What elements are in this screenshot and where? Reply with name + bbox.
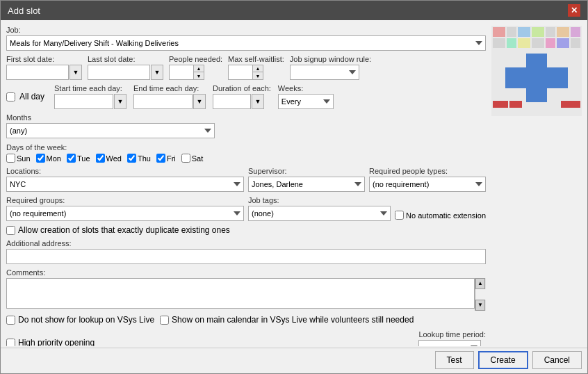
lookup-time-label: Lookup time period: — [418, 330, 486, 339]
day-sun-group: Sun — [6, 154, 31, 163]
day-sat-checkbox[interactable] — [181, 154, 190, 163]
bottom-buttons-row: Test Create Cancel — [1, 348, 587, 373]
vsys-options-row: Do not show for lookup on VSys Live Show… — [6, 315, 486, 346]
first-slot-calendar-btn[interactable]: ▼ — [70, 65, 82, 80]
day-thu-checkbox[interactable] — [127, 154, 136, 163]
start-time-input[interactable]: 09:00 AM — [54, 94, 113, 109]
end-time-dropdown-btn[interactable]: ▼ — [193, 94, 206, 109]
day-wed-checkbox[interactable] — [96, 154, 105, 163]
day-wed-group: Wed — [96, 154, 122, 163]
do-not-show-label: Do not show for lookup on VSys Live — [18, 315, 154, 325]
max-waitlist-down[interactable]: ▼ — [253, 72, 263, 79]
high-priority-checkbox[interactable] — [6, 339, 15, 347]
allow-dup-row: Allow creation of slots that exactly dup… — [6, 225, 486, 235]
svg-rect-6 — [557, 27, 569, 37]
svg-rect-8 — [493, 38, 505, 48]
comments-label: Comments: — [6, 268, 486, 277]
addr-input[interactable] — [6, 249, 486, 264]
create-button[interactable]: Create — [478, 351, 528, 369]
comments-wrapper: ▲ ▼ — [6, 278, 486, 311]
close-button[interactable]: ✕ — [568, 4, 580, 17]
comments-scrollbar[interactable]: ▲ ▼ — [475, 278, 486, 311]
svg-rect-17 — [493, 101, 508, 108]
duration-input[interactable]: 03:00 — [213, 94, 251, 109]
req-people-label: Required people types: — [369, 167, 486, 175]
no-auto-ext-checkbox[interactable] — [395, 211, 404, 220]
form-area: Job: Meals for Many/Delivery Shift - Wal… — [6, 26, 486, 341]
scrollbar-track — [475, 289, 486, 300]
scrollbar-up-btn[interactable]: ▲ — [475, 278, 485, 289]
scrollbar-down-btn[interactable]: ▼ — [475, 300, 485, 311]
addr-group: Additional address: — [6, 239, 486, 264]
last-slot-input[interactable]: 12/31/2018 — [88, 65, 150, 80]
svg-rect-9 — [507, 38, 516, 48]
svg-rect-4 — [532, 27, 544, 37]
svg-rect-12 — [546, 38, 555, 48]
signup-rule-select[interactable] — [290, 65, 359, 80]
lookup-time-select[interactable] — [418, 340, 481, 346]
last-slot-calendar-btn[interactable]: ▼ — [151, 65, 163, 80]
svg-rect-7 — [571, 27, 580, 37]
day-wed-label: Wed — [106, 154, 122, 163]
people-needed-spinner-btns: ▲ ▼ — [194, 65, 204, 80]
allday-checkbox[interactable] — [6, 92, 15, 101]
req-people-select[interactable]: (no requirement) — [369, 177, 486, 192]
max-waitlist-up[interactable]: ▲ — [253, 65, 263, 72]
locations-group: Locations: NYC — [6, 167, 244, 192]
job-tags-label: Job tags: — [248, 196, 391, 204]
people-needed-up[interactable]: ▲ — [194, 65, 204, 72]
do-not-show-checkbox[interactable] — [6, 316, 15, 325]
day-mon-checkbox[interactable] — [36, 154, 45, 163]
show-calendar-group: Show on main calendar in VSys Live while… — [160, 315, 414, 325]
tags-noauto-row: Job tags: (none) No automatic extension — [248, 196, 486, 221]
months-select[interactable]: (any) — [6, 123, 215, 138]
duration-label: Duration of each: — [213, 84, 271, 92]
day-tue-label: Tue — [77, 154, 90, 163]
allow-dup-checkbox[interactable] — [6, 226, 15, 235]
end-time-input[interactable]: 12:00 PM — [133, 94, 193, 109]
days-section: Days of the week: SunMonTueWedThuFriSat — [6, 143, 486, 163]
groups-tags-row: Required groups: (no requirement) Job ta… — [6, 196, 486, 221]
title-bar: Add slot ✕ — [1, 1, 587, 20]
supervisor-label: Supervisor: — [248, 167, 365, 175]
svg-rect-11 — [532, 38, 544, 48]
locations-select[interactable]: NYC — [6, 177, 244, 192]
svg-rect-2 — [507, 27, 516, 37]
day-thu-group: Thu — [127, 154, 151, 163]
duration-dropdown-btn[interactable]: ▼ — [252, 94, 264, 109]
job-tags-group: Job tags: (none) — [248, 196, 391, 221]
show-calendar-checkbox[interactable] — [160, 316, 169, 325]
calendar-preview-svg — [491, 26, 582, 116]
day-sat-group: Sat — [181, 154, 204, 163]
last-slot-label: Last slot date: — [88, 55, 163, 63]
start-time-group: Start time each day: 09:00 AM ▼ — [54, 84, 126, 109]
job-select[interactable]: Meals for Many/Delivery Shift - Walking … — [6, 35, 486, 51]
max-waitlist-label: Max self-waitlist: — [228, 55, 284, 63]
job-tags-select[interactable]: (none) — [248, 206, 391, 221]
people-needed-input[interactable]: 4 — [169, 65, 194, 80]
max-waitlist-input[interactable]: 0 — [228, 65, 253, 80]
start-time-dropdown-btn[interactable]: ▼ — [114, 94, 126, 109]
svg-rect-5 — [546, 27, 555, 37]
weeks-select[interactable]: Every — [278, 94, 334, 109]
first-slot-input[interactable]: 01/10/2018 — [6, 65, 69, 80]
cancel-button[interactable]: Cancel — [532, 351, 582, 369]
dialog-title: Add slot — [8, 6, 40, 16]
req-groups-group: Required groups: (no requirement) — [6, 196, 244, 221]
do-not-show-group: Do not show for lookup on VSys Live — [6, 315, 154, 325]
svg-rect-10 — [518, 38, 530, 48]
first-slot-label: First slot date: — [6, 55, 82, 63]
comments-textarea[interactable] — [6, 278, 475, 309]
test-button[interactable]: Test — [435, 351, 474, 369]
day-tue-checkbox[interactable] — [67, 154, 76, 163]
job-field-group: Job: Meals for Many/Delivery Shift - Wal… — [6, 26, 486, 51]
last-slot-group: Last slot date: 12/31/2018 ▼ — [88, 55, 163, 80]
req-groups-select[interactable]: (no requirement) — [6, 206, 244, 221]
day-sun-checkbox[interactable] — [6, 154, 15, 163]
day-fri-checkbox[interactable] — [156, 154, 165, 163]
svg-rect-18 — [509, 101, 522, 108]
people-needed-down[interactable]: ▼ — [194, 72, 204, 79]
people-needed-label: People needed: — [169, 55, 222, 63]
supervisor-select[interactable]: Jones, Darlene — [248, 177, 365, 192]
svg-rect-19 — [561, 101, 580, 108]
